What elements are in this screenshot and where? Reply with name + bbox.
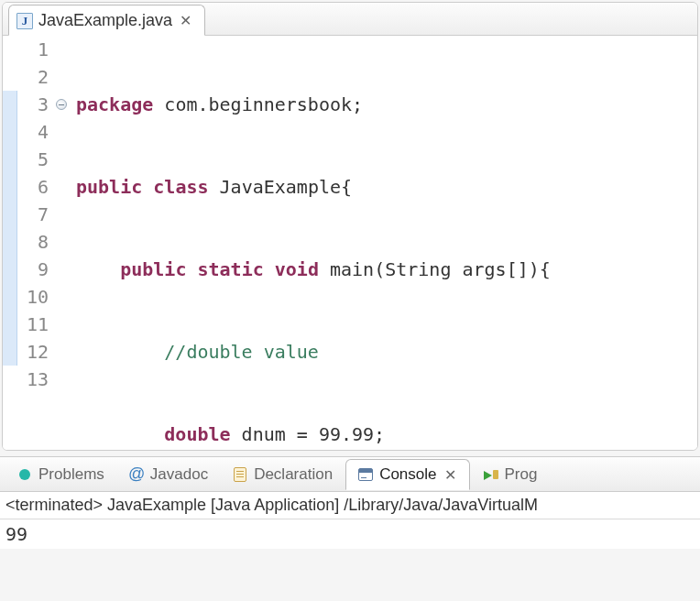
tab-label: Javadoc bbox=[150, 465, 208, 484]
line-number: 4 bbox=[17, 118, 49, 146]
views-tabbar: Problems @ Javadoc Declaration Console ✕… bbox=[0, 457, 700, 492]
line-number: 6 bbox=[17, 173, 49, 201]
line-number: 11 bbox=[17, 311, 49, 338]
tab-declaration[interactable]: Declaration bbox=[221, 460, 344, 489]
line-number: 12 bbox=[17, 338, 49, 366]
tab-progress[interactable]: Prog bbox=[472, 460, 549, 489]
line-number: 13 bbox=[17, 366, 49, 393]
tab-label: Prog bbox=[505, 465, 538, 484]
line-number: 7 bbox=[17, 201, 49, 228]
progress-icon bbox=[483, 466, 499, 483]
close-icon[interactable]: ✕ bbox=[178, 12, 193, 29]
bottom-views-panel: Problems @ Javadoc Declaration Console ✕… bbox=[0, 456, 700, 549]
line-number: 10 bbox=[17, 283, 49, 311]
editor-tab-javaexample[interactable]: J JavaExample.java ✕ bbox=[8, 5, 205, 36]
code-content[interactable]: package com.beginnersbook; public class … bbox=[69, 36, 697, 450]
line-number: 3 bbox=[17, 91, 49, 118]
tab-label: Console bbox=[379, 465, 436, 484]
code-editor[interactable]: 1 2 3 4 5 6 7 8 9 10 11 12 13 package co… bbox=[3, 36, 697, 450]
line-number: 9 bbox=[17, 256, 49, 283]
tab-console[interactable]: Console ✕ bbox=[345, 459, 469, 490]
console-status-line: <terminated> JavaExample [Java Applicati… bbox=[0, 492, 700, 519]
tab-problems[interactable]: Problems bbox=[5, 460, 115, 489]
declaration-icon bbox=[232, 466, 248, 483]
javadoc-icon: @ bbox=[128, 466, 145, 483]
line-number: 2 bbox=[17, 63, 49, 91]
java-file-icon: J bbox=[16, 13, 33, 29]
marker-ruler bbox=[3, 36, 17, 450]
tab-javadoc[interactable]: @ Javadoc bbox=[117, 460, 219, 489]
console-output[interactable]: 99 bbox=[0, 519, 700, 549]
line-number-gutter: 1 2 3 4 5 6 7 8 9 10 11 12 13 bbox=[17, 36, 54, 450]
editor-panel: J JavaExample.java ✕ 1 2 3 4 5 6 7 8 9 1… bbox=[2, 2, 698, 451]
problems-icon bbox=[16, 466, 33, 483]
line-number: 5 bbox=[17, 146, 49, 173]
editor-tabbar: J JavaExample.java ✕ bbox=[3, 3, 697, 36]
tab-label: Declaration bbox=[254, 465, 333, 484]
line-number: 8 bbox=[17, 228, 49, 256]
line-number: 1 bbox=[17, 36, 49, 63]
close-icon[interactable]: ✕ bbox=[443, 466, 458, 484]
fold-toggle-icon[interactable] bbox=[56, 99, 67, 110]
console-icon bbox=[357, 466, 374, 483]
editor-tab-label: JavaExample.java bbox=[38, 11, 172, 30]
tab-label: Problems bbox=[38, 465, 104, 484]
folding-ruler bbox=[54, 36, 69, 450]
